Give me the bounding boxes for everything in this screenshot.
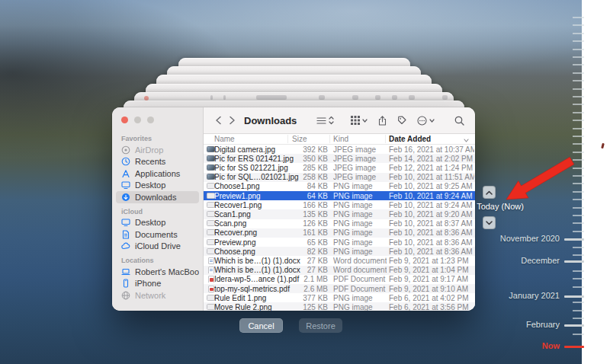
table-row[interactable]: Pic for SQL…021021.jpg258 KBJPEG imageFe… [204, 173, 475, 182]
timeline-label[interactable]: November 2020 [500, 234, 560, 243]
sidebar-item-desktop[interactable]: Desktop [116, 217, 199, 229]
table-row[interactable]: top-my-sql-metrics.pdf2.6 MBPDF Document… [204, 284, 475, 293]
timeline-tick[interactable] [573, 159, 584, 161]
timeline-tick[interactable] [573, 72, 584, 74]
column-header-date-added[interactable]: Date Added [389, 135, 431, 143]
timeline-tick[interactable] [573, 64, 584, 65]
table-row[interactable]: Digital camera.jpg392 KBJPEG imageFeb 16… [204, 145, 475, 154]
cancel-button[interactable]: Cancel [239, 318, 283, 333]
timeline-tick[interactable] [573, 334, 584, 335]
timeline-major-tick[interactable] [564, 260, 584, 263]
column-separator[interactable] [287, 135, 288, 143]
table-row[interactable]: Idera-wp-5…ance (1).pdf2.1 MBPDF Documen… [204, 275, 475, 284]
timeline-tick[interactable] [573, 120, 584, 121]
restore-button[interactable]: Restore [299, 318, 342, 333]
back-icon[interactable] [211, 113, 225, 128]
timeline-tick[interactable] [573, 112, 584, 113]
timeline-tick[interactable] [573, 254, 584, 256]
view-selector[interactable] [316, 112, 334, 129]
timeline-tick[interactable] [573, 270, 584, 272]
timeline-tick[interactable] [573, 152, 584, 153]
sidebar-item-downloads[interactable]: Downloads [116, 191, 199, 203]
table-row[interactable]: Pic for ERS 021421.jpg350 KBJPEG imageFe… [204, 154, 475, 163]
timeline-tick[interactable] [573, 56, 584, 58]
timeline-tick[interactable] [573, 191, 584, 193]
timeline-label[interactable]: December [521, 256, 560, 265]
traffic-lights[interactable] [121, 117, 154, 123]
timeline-tick[interactable] [573, 175, 584, 177]
sidebar-item-documents[interactable]: Documents [116, 228, 199, 241]
table-row[interactable]: Choose.png82 KBPNG imageFeb 10, 2021 at … [204, 247, 475, 256]
more-button[interactable] [417, 112, 435, 129]
sidebar-item-iphone[interactable]: iPhone [116, 278, 199, 290]
table-row[interactable]: Which is be…(1) (1).docx27 KBWord docume… [204, 266, 475, 275]
timeline-tick[interactable] [573, 40, 584, 42]
timeline-tick[interactable] [573, 318, 584, 319]
tag-button[interactable] [397, 112, 406, 129]
minimize-button[interactable] [134, 117, 141, 123]
table-row[interactable]: Recover.png161 KBPNG imageFeb 10, 2021 a… [204, 228, 475, 238]
sidebar-item-robert-s-macbook-pro[interactable]: Robert's MacBook Pro [116, 266, 199, 278]
timeline-tick[interactable] [573, 222, 584, 224]
close-button[interactable] [121, 117, 128, 123]
timeline-up-button[interactable] [483, 186, 496, 199]
timeline-now-tick[interactable] [564, 346, 584, 348]
table-row[interactable]: Preview1.png64 KBPNG imageFeb 10, 2021 a… [204, 191, 475, 200]
timeline-tick[interactable] [573, 143, 584, 145]
timeline-tick[interactable] [573, 215, 584, 216]
table-row[interactable]: Scan.png126 KBPNG imageFeb 10, 2021 at 8… [204, 219, 475, 228]
table-row[interactable]: Which is be…(1) (1).docx27 KBWord docume… [204, 256, 475, 265]
sidebar-item-recents[interactable]: Recents [116, 156, 199, 168]
timeline-down-button[interactable] [483, 216, 496, 229]
table-row[interactable]: Preview.png65 KBPNG imageFeb 10, 2021 at… [204, 238, 475, 247]
zoom-button[interactable] [147, 117, 154, 123]
share-button[interactable] [378, 112, 387, 129]
timeline-major-tick[interactable] [564, 238, 584, 241]
timeline-tick[interactable] [573, 104, 584, 105]
table-row[interactable]: Move Rule 2.png125 KBPNG imageFeb 6, 202… [204, 302, 475, 311]
timeline-major-tick[interactable] [564, 295, 584, 298]
timeline-label[interactable]: January 2021 [509, 291, 560, 300]
timeline-tick[interactable] [573, 88, 584, 90]
column-separator[interactable] [329, 135, 330, 143]
timeline-tick[interactable] [573, 136, 584, 137]
group-button[interactable] [351, 112, 368, 129]
sidebar-item-icloud-drive[interactable]: iCloud Drive [116, 241, 199, 253]
timeline-tick[interactable] [573, 247, 584, 248]
sidebar-item-network[interactable]: Network [116, 289, 199, 302]
timeline-label[interactable]: Now [542, 341, 560, 350]
sidebar-item-airdrop[interactable]: AirDrop [116, 144, 199, 156]
search-button[interactable] [454, 112, 464, 129]
timeline-tick[interactable] [573, 183, 584, 184]
sort-chevron-icon[interactable] [464, 136, 469, 142]
timeline-tick[interactable] [573, 302, 584, 303]
timeline-tick[interactable] [573, 96, 584, 97]
timeline-tick[interactable] [573, 24, 584, 26]
column-header-name[interactable]: Name [214, 135, 235, 143]
column-header-size[interactable]: Size [292, 135, 307, 143]
timeline-tick[interactable] [573, 168, 584, 169]
table-row[interactable]: Pic for SS 021221.jpg285 KBJPEG imageFeb… [204, 163, 475, 172]
timeline-tick[interactable] [573, 310, 584, 311]
forward-icon[interactable] [225, 113, 239, 128]
table-row[interactable]: Recover1.png166 KBPNG imageFeb 10, 2021 … [204, 200, 475, 209]
column-separator[interactable] [385, 135, 386, 143]
sidebar-item-desktop[interactable]: Desktop [116, 180, 199, 192]
timeline-tick[interactable] [573, 49, 584, 50]
timeline-tick[interactable] [573, 128, 584, 129]
timeline-tick[interactable] [573, 207, 584, 209]
sidebar-item-applications[interactable]: Applications [116, 168, 199, 180]
table-row[interactable]: Choose1.png84 KBPNG imageFeb 10, 2021 at… [204, 182, 475, 191]
timeline-label[interactable]: February [526, 320, 560, 329]
timeline-tick[interactable] [573, 231, 584, 232]
timeline-tick[interactable] [573, 199, 584, 200]
timeline-tick[interactable] [573, 286, 584, 288]
column-header-kind[interactable]: Kind [333, 135, 348, 143]
timeline-tick[interactable] [573, 17, 584, 18]
timeline-major-tick[interactable] [564, 324, 584, 327]
timeline-tick[interactable] [573, 33, 584, 34]
timeline-tick[interactable] [573, 80, 584, 81]
table-row[interactable]: Rule Edit 1.png377 KBPNG imageFeb 6, 202… [204, 293, 475, 302]
table-row[interactable]: Scan1.png135 KBPNG imageFeb 10, 2021 at … [204, 209, 475, 219]
timeline-tick[interactable] [573, 278, 584, 279]
